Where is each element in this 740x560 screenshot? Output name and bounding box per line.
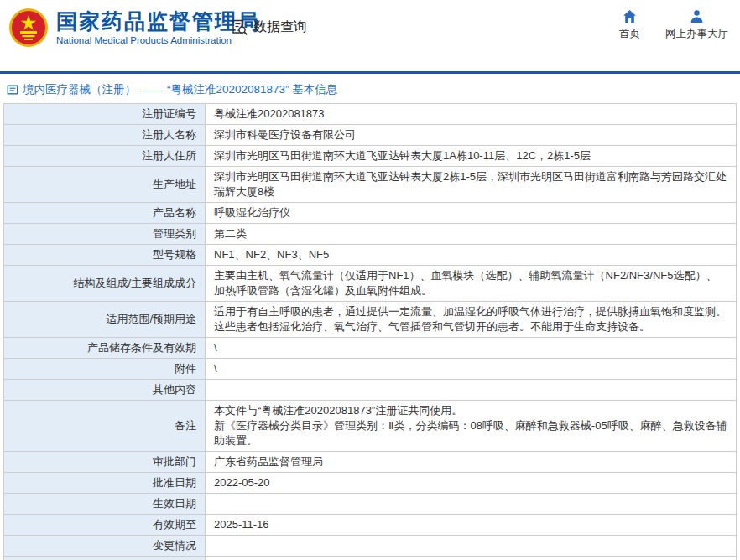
nav-home[interactable]: 首页: [619, 9, 640, 41]
row-label: 产品储存条件及有效期: [4, 338, 206, 359]
table-row: 管理类别 第二类: [4, 224, 737, 245]
data-query-tab[interactable]: 数据查询: [232, 18, 307, 36]
row-value: 深圳市光明区马田街道南环大道飞亚达钟表大厦2栋1-5层，深圳市光明区马田街道富利…: [206, 167, 737, 203]
breadcrumb-separator: ——: [140, 84, 163, 96]
row-label: 产品名称: [4, 203, 206, 224]
site-subtitle: National Medical Products Administration: [56, 35, 260, 45]
row-value: \: [206, 359, 737, 380]
row-label: 批准日期: [4, 473, 206, 494]
row-value: 主要由主机、氧气流量计（仅适用于NF1）、血氧模块（选配）、辅助氧流量计（NF2…: [206, 266, 737, 302]
nav-online-hall[interactable]: 网上办事大厅: [665, 9, 728, 41]
row-label: 适用范围/预期用途: [4, 302, 206, 338]
national-emblem-icon: [8, 8, 49, 48]
table-row-note: 注 详情: [4, 557, 737, 560]
nav-online-hall-label: 网上办事大厅: [665, 27, 728, 41]
table-row: 有效期至 2025-11-16: [4, 515, 737, 536]
breadcrumb-current: “粤械注准20202081873” 基本信息: [167, 82, 337, 97]
row-label: 附件: [4, 359, 206, 380]
row-value: [206, 536, 737, 557]
site-title: 国家药品监督管理局: [56, 10, 260, 34]
row-value: 深圳市科曼医疗设备有限公司: [206, 125, 737, 146]
row-value: 呼吸湿化治疗仪: [206, 203, 737, 224]
row-label: 生产地址: [4, 167, 206, 203]
table-row: 适用范围/预期用途 适用于有自主呼吸的患者，通过提供一定流量、加温湿化的呼吸气体…: [4, 302, 737, 338]
table-row: 注册人名称 深圳市科曼医疗设备有限公司: [4, 125, 737, 146]
table-row: 注册人住所 深圳市光明区马田街道南环大道飞亚达钟表大厦1A栋10-11层、12C…: [4, 146, 737, 167]
home-icon: [623, 9, 637, 23]
row-value: [206, 494, 737, 515]
table-row: 生效日期: [4, 494, 737, 515]
row-label: 结构及组成/主要组成成分: [4, 266, 206, 302]
table-row: 批准日期 2022-05-20: [4, 473, 737, 494]
breadcrumb-category[interactable]: 境内医疗器械（注册）: [23, 82, 136, 97]
header: 国家药品监督管理局 National Medical Products Admi…: [0, 0, 740, 74]
row-value: 2025-11-16: [206, 515, 737, 536]
table-row: 型号规格 NF1、NF2、NF3、NF5: [4, 245, 737, 266]
top-nav: 首页 网上办事大厅: [619, 9, 728, 41]
row-label: 审批部门: [4, 452, 206, 473]
row-label-note: 注: [4, 557, 206, 560]
row-label: 管理类别: [4, 224, 206, 245]
site-title-block: 国家药品监督管理局 National Medical Products Admi…: [56, 10, 260, 46]
table-row: 其他内容: [4, 380, 737, 401]
table-row: 注册证编号 粤械注准20202081873: [4, 104, 737, 125]
table-row: 产品名称 呼吸湿化治疗仪: [4, 203, 737, 224]
table-row: 备注 本文件与“粤械注准20202081873”注册证共同使用。 新《医疗器械分…: [4, 401, 737, 452]
row-label: 型号规格: [4, 245, 206, 266]
row-value: 适用于有自主呼吸的患者，通过提供一定流量、加温湿化的呼吸气体进行治疗，提供脉搏血…: [206, 302, 737, 338]
table-row: 结构及组成/主要组成成分 主要由主机、氧气流量计（仅适用于NF1）、血氧模块（选…: [4, 266, 737, 302]
data-query-label: 数据查询: [253, 18, 307, 36]
site-logo[interactable]: 国家药品监督管理局 National Medical Products Admi…: [8, 8, 260, 48]
row-label: 有效期至: [4, 515, 206, 536]
row-value: 深圳市光明区马田街道南环大道飞亚达钟表大厦1A栋10-11层、12C，2栋1-5…: [206, 146, 737, 167]
row-label: 备注: [4, 401, 206, 452]
row-value-note: 详情: [206, 557, 737, 560]
row-label: 注册人住所: [4, 146, 206, 167]
user-icon: [690, 9, 704, 23]
row-value: [206, 380, 737, 401]
row-value: NF1、NF2、NF3、NF5: [206, 245, 737, 266]
table-row: 变更情况: [4, 536, 737, 557]
table-row: 附件 \: [4, 359, 737, 380]
table-row: 产品储存条件及有效期 \: [4, 338, 737, 359]
row-label: 注册人名称: [4, 125, 206, 146]
row-value: 本文件与“粤械注准20202081873”注册证共同使用。 新《医疗器械分类目录…: [206, 401, 737, 452]
breadcrumb-icon: [7, 84, 18, 96]
table-row: 审批部门 广东省药品监督管理局: [4, 452, 737, 473]
row-value: 2022-05-20: [206, 473, 737, 494]
registration-info-table: 注册证编号 粤械注准20202081873 注册人名称 深圳市科曼医疗设备有限公…: [3, 103, 737, 560]
row-label: 生效日期: [4, 494, 206, 515]
data-query-icon: [232, 19, 248, 36]
row-value: \: [206, 338, 737, 359]
row-value: 粤械注准20202081873: [206, 104, 737, 125]
table-row: 生产地址 深圳市光明区马田街道南环大道飞亚达钟表大厦2栋1-5层，深圳市光明区马…: [4, 167, 737, 203]
breadcrumb: 境内医疗器械（注册） —— “粤械注准20202081873” 基本信息: [7, 82, 737, 97]
row-label: 注册证编号: [4, 104, 206, 125]
row-value: 第二类: [206, 224, 737, 245]
row-label: 变更情况: [4, 536, 206, 557]
nav-home-label: 首页: [619, 27, 640, 41]
row-value: 广东省药品监督管理局: [206, 452, 737, 473]
row-label: 其他内容: [4, 380, 206, 401]
